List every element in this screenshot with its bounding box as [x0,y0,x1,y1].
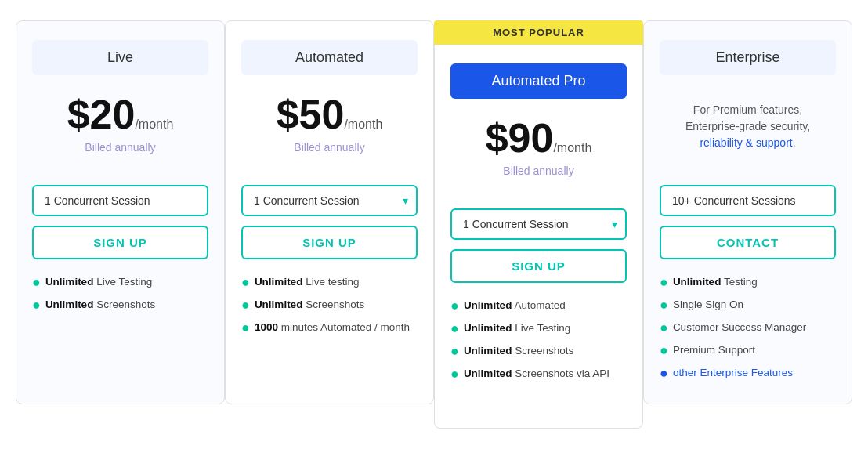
features-list-enterprise: ●Unlimited Testing●Single Sign On●Custom… [660,275,836,380]
list-item: ●Unlimited Live Testing [32,275,208,290]
plan-card-auto-pro: Automated Pro$90/monthBilled annually1 C… [434,45,643,429]
features-list-auto-pro: ●Unlimited Automated●Unlimited Live Test… [450,299,627,382]
feature-text: Unlimited Testing [673,275,758,290]
feature-text: Customer Success Manager [673,320,806,335]
bullet-icon: ● [660,366,668,380]
list-item: ●Unlimited Automated [450,299,627,313]
feature-text: Unlimited Automated [464,299,566,313]
billed-label-auto-pro: Billed annually [450,165,627,177]
price-amount-automated: $50/month [241,94,418,135]
plan-header-automated: Automated [241,40,418,75]
list-item: ●Unlimited Live testing [241,275,418,290]
feature-text: Unlimited Live Testing [45,275,152,290]
plan-card-live: Live$20/monthBilled annually1 Concurrent… [16,20,225,404]
list-item: ●Unlimited Live Testing [450,321,627,336]
billed-label-live: Billed annually [32,141,208,154]
plan-header-live: Live [32,40,208,75]
feature-text: Unlimited Live testing [255,275,360,290]
list-item: ●Single Sign On [660,298,836,313]
plan-card-automated: Automated$50/monthBilled annually1 Concu… [225,20,434,404]
list-item: ●1000 minutes Automated / month [241,320,418,335]
price-period-automated: /month [344,118,382,131]
bullet-icon: ● [450,321,459,335]
feature-text: 1000 minutes Automated / month [255,320,410,335]
bullet-icon: ● [32,298,41,312]
pricing-container: Live$20/monthBilled annually1 Concurrent… [16,20,852,429]
bullet-icon: ● [450,344,459,358]
session-select-wrapper-automated[interactable]: 1 Concurrent Session▾ [241,185,418,216]
cta-button-enterprise[interactable]: CONTACT [660,226,836,259]
feature-text: Unlimited Screenshots [45,298,155,313]
cta-button-automated[interactable]: SIGN UP [241,226,418,259]
list-item: ●Unlimited Testing [660,275,836,290]
feature-text: Premium Support [673,343,755,358]
list-item: ●Unlimited Screenshots [32,298,208,313]
cta-button-auto-pro[interactable]: SIGN UP [450,249,627,283]
bullet-icon: ● [660,320,668,335]
list-item: ●Unlimited Screenshots [450,344,627,359]
bullet-icon: ● [32,275,41,289]
plan-header-enterprise: Enterprise [660,40,836,75]
plan-wrapper-automated: Automated$50/monthBilled annually1 Concu… [225,20,434,404]
list-item: ●Unlimited Screenshots [241,298,418,313]
bullet-icon: ● [450,299,459,313]
bullet-icon: ● [241,275,250,289]
plan-header-auto-pro: Automated Pro [450,63,627,99]
enterprise-description: For Premium features,Enterprise-grade se… [660,94,836,159]
feature-text: Unlimited Screenshots via API [464,367,609,382]
bullet-icon: ● [241,320,250,335]
price-area-automated: $50/monthBilled annually [241,94,418,172]
bullet-icon: ● [450,367,459,381]
most-popular-badge: MOST POPULAR [434,20,643,45]
plan-card-enterprise: EnterpriseFor Premium features,Enterpris… [643,20,852,404]
plan-wrapper-live: Live$20/monthBilled annually1 Concurrent… [16,20,225,404]
list-item: ●other Enterprise Features [660,366,836,381]
price-period-live: /month [135,118,173,131]
price-amount-live: $20/month [32,94,208,135]
feature-text: other Enterprise Features [673,366,793,381]
plan-wrapper-enterprise: EnterpriseFor Premium features,Enterpris… [643,20,852,404]
price-area-auto-pro: $90/monthBilled annually [450,118,627,196]
price-period-auto-pro: /month [553,141,591,154]
bullet-icon: ● [660,275,668,289]
price-area-live: $20/monthBilled annually [32,94,208,172]
feature-text: Unlimited Live Testing [464,321,570,336]
session-select-automated[interactable]: 1 Concurrent Session [241,185,418,216]
billed-label-automated: Billed annually [241,141,418,154]
features-list-automated: ●Unlimited Live testing●Unlimited Screen… [241,275,418,335]
list-item: ●Customer Success Manager [660,320,836,335]
feature-text: Single Sign On [673,298,743,313]
cta-button-live[interactable]: SIGN UP [32,226,208,259]
plan-wrapper-auto-pro: MOST POPULARAutomated Pro$90/monthBilled… [434,20,643,429]
bullet-icon: ● [660,298,668,312]
session-select-wrapper-auto-pro[interactable]: 1 Concurrent Session▾ [450,208,627,240]
session-select-auto-pro[interactable]: 1 Concurrent Session [450,208,627,240]
bullet-icon: ● [660,343,668,357]
bullet-icon: ● [241,298,250,312]
session-label-live: 1 Concurrent Session [32,185,208,216]
feature-text: Unlimited Screenshots [464,344,573,359]
session-label-enterprise: 10+ Concurrent Sessions [660,185,836,216]
price-amount-auto-pro: $90/month [450,118,627,158]
list-item: ●Premium Support [660,343,836,358]
feature-text: Unlimited Screenshots [255,298,364,313]
list-item: ●Unlimited Screenshots via API [450,367,627,382]
price-area-enterprise: For Premium features,Enterprise-grade se… [660,94,836,172]
features-list-live: ●Unlimited Live Testing●Unlimited Screen… [32,275,208,313]
